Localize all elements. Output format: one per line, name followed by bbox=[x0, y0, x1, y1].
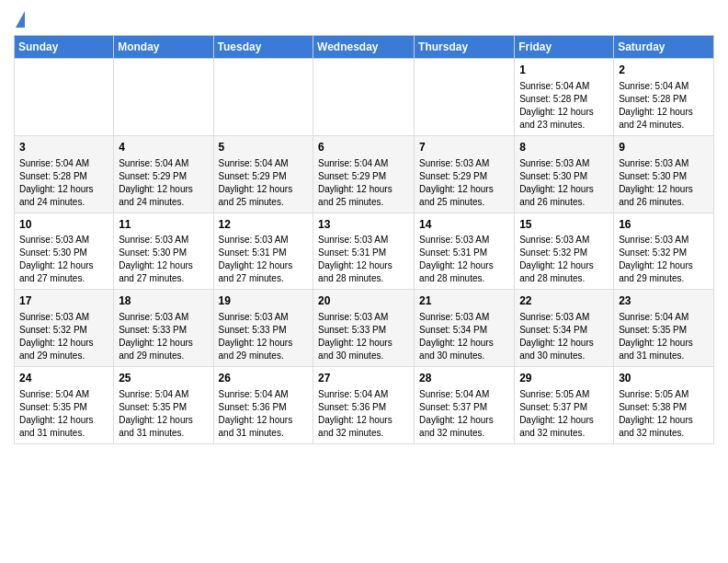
day-info: Daylight: 12 hours and 25 minutes. bbox=[219, 183, 309, 209]
calendar-cell: 17Sunrise: 5:03 AMSunset: 5:32 PMDayligh… bbox=[15, 290, 114, 367]
day-number: 7 bbox=[419, 140, 509, 155]
calendar-cell: 11Sunrise: 5:03 AMSunset: 5:30 PMDayligh… bbox=[114, 213, 213, 290]
day-info: Sunset: 5:30 PM bbox=[119, 247, 208, 259]
day-number: 6 bbox=[318, 140, 409, 155]
day-info: Daylight: 12 hours and 32 minutes. bbox=[419, 414, 509, 440]
calendar-week-row: 3Sunrise: 5:04 AMSunset: 5:28 PMDaylight… bbox=[15, 135, 714, 213]
day-info: Daylight: 12 hours and 28 minutes. bbox=[519, 259, 609, 285]
day-info: Sunrise: 5:03 AM bbox=[219, 311, 309, 324]
day-number: 18 bbox=[119, 293, 208, 309]
day-info: Sunset: 5:28 PM bbox=[19, 170, 108, 183]
day-info: Sunrise: 5:04 AM bbox=[119, 157, 208, 170]
day-number: 17 bbox=[19, 293, 108, 309]
day-info: Sunrise: 5:04 AM bbox=[119, 388, 208, 401]
day-info: Sunset: 5:29 PM bbox=[318, 170, 409, 183]
day-info: Sunset: 5:38 PM bbox=[619, 401, 709, 414]
day-info: Sunrise: 5:03 AM bbox=[519, 234, 609, 247]
calendar-cell: 13Sunrise: 5:03 AMSunset: 5:31 PMDayligh… bbox=[313, 213, 415, 290]
day-info: Daylight: 12 hours and 31 minutes. bbox=[619, 337, 709, 362]
calendar-cell: 20Sunrise: 5:03 AMSunset: 5:33 PMDayligh… bbox=[313, 290, 415, 367]
day-info: Daylight: 12 hours and 31 minutes. bbox=[219, 414, 309, 440]
day-number: 10 bbox=[19, 217, 108, 233]
day-info: Daylight: 12 hours and 27 minutes. bbox=[119, 259, 208, 285]
day-header-friday: Friday bbox=[515, 36, 614, 59]
calendar-cell: 8Sunrise: 5:03 AMSunset: 5:30 PMDaylight… bbox=[515, 135, 614, 213]
day-info: Sunrise: 5:03 AM bbox=[519, 157, 609, 170]
calendar-cell: 19Sunrise: 5:03 AMSunset: 5:33 PMDayligh… bbox=[213, 290, 313, 367]
day-info: Sunrise: 5:03 AM bbox=[419, 234, 509, 247]
day-number: 28 bbox=[419, 371, 509, 386]
day-info: Daylight: 12 hours and 30 minutes. bbox=[318, 337, 409, 362]
day-info: Daylight: 12 hours and 29 minutes. bbox=[619, 259, 709, 285]
day-info: Daylight: 12 hours and 32 minutes. bbox=[519, 414, 609, 440]
calendar-cell: 28Sunrise: 5:04 AMSunset: 5:37 PMDayligh… bbox=[415, 367, 515, 444]
day-info: Sunset: 5:31 PM bbox=[318, 247, 409, 259]
day-info: Daylight: 12 hours and 29 minutes. bbox=[119, 337, 208, 362]
day-header-wednesday: Wednesday bbox=[313, 36, 415, 59]
calendar-cell bbox=[114, 59, 213, 136]
day-info: Daylight: 12 hours and 25 minutes. bbox=[318, 183, 409, 209]
day-info: Sunrise: 5:03 AM bbox=[119, 234, 208, 247]
day-info: Sunrise: 5:04 AM bbox=[318, 388, 409, 401]
day-info: Daylight: 12 hours and 23 minutes. bbox=[519, 106, 609, 132]
day-info: Daylight: 12 hours and 28 minutes. bbox=[318, 259, 409, 285]
day-header-monday: Monday bbox=[114, 36, 213, 59]
calendar-cell: 3Sunrise: 5:04 AMSunset: 5:28 PMDaylight… bbox=[15, 135, 114, 213]
day-info: Daylight: 12 hours and 28 minutes. bbox=[419, 259, 509, 285]
day-info: Sunset: 5:32 PM bbox=[619, 247, 709, 259]
calendar-cell: 6Sunrise: 5:04 AMSunset: 5:29 PMDaylight… bbox=[313, 135, 415, 213]
day-number: 29 bbox=[519, 371, 609, 386]
day-number: 13 bbox=[318, 217, 409, 233]
day-info: Sunset: 5:35 PM bbox=[19, 401, 108, 414]
calendar-week-row: 17Sunrise: 5:03 AMSunset: 5:32 PMDayligh… bbox=[15, 290, 714, 367]
day-info: Sunset: 5:28 PM bbox=[519, 93, 609, 106]
day-info: Daylight: 12 hours and 26 minutes. bbox=[519, 183, 609, 209]
day-info: Sunrise: 5:03 AM bbox=[119, 311, 208, 324]
calendar-header-row: SundayMondayTuesdayWednesdayThursdayFrid… bbox=[15, 36, 714, 59]
day-info: Sunrise: 5:05 AM bbox=[619, 388, 709, 401]
day-info: Sunrise: 5:03 AM bbox=[19, 311, 108, 324]
day-number: 14 bbox=[419, 217, 509, 233]
day-info: Sunrise: 5:03 AM bbox=[619, 234, 709, 247]
calendar-cell: 27Sunrise: 5:04 AMSunset: 5:36 PMDayligh… bbox=[313, 367, 415, 444]
day-info: Daylight: 12 hours and 30 minutes. bbox=[419, 337, 509, 362]
day-number: 24 bbox=[19, 371, 108, 386]
calendar-cell bbox=[313, 59, 415, 136]
day-info: Sunrise: 5:04 AM bbox=[219, 157, 309, 170]
calendar-cell: 14Sunrise: 5:03 AMSunset: 5:31 PMDayligh… bbox=[415, 213, 515, 290]
calendar-cell: 25Sunrise: 5:04 AMSunset: 5:35 PMDayligh… bbox=[114, 367, 213, 444]
day-number: 11 bbox=[119, 217, 208, 233]
logo bbox=[14, 15, 25, 28]
calendar-cell: 29Sunrise: 5:05 AMSunset: 5:37 PMDayligh… bbox=[515, 367, 614, 444]
day-info: Sunrise: 5:03 AM bbox=[19, 234, 108, 247]
day-number: 8 bbox=[519, 140, 609, 155]
calendar-cell: 30Sunrise: 5:05 AMSunset: 5:38 PMDayligh… bbox=[614, 367, 714, 444]
day-number: 22 bbox=[519, 293, 609, 309]
day-number: 30 bbox=[619, 371, 709, 386]
day-info: Sunset: 5:29 PM bbox=[419, 170, 509, 183]
day-info: Daylight: 12 hours and 29 minutes. bbox=[219, 337, 309, 362]
day-number: 19 bbox=[219, 293, 309, 309]
day-info: Daylight: 12 hours and 24 minutes. bbox=[19, 183, 108, 209]
day-info: Sunrise: 5:04 AM bbox=[519, 80, 609, 93]
day-info: Sunset: 5:31 PM bbox=[219, 247, 309, 259]
calendar-cell: 16Sunrise: 5:03 AMSunset: 5:32 PMDayligh… bbox=[614, 213, 714, 290]
day-info: Sunrise: 5:03 AM bbox=[318, 311, 409, 324]
day-info: Daylight: 12 hours and 32 minutes. bbox=[318, 414, 409, 440]
day-info: Sunrise: 5:04 AM bbox=[19, 388, 108, 401]
calendar-cell bbox=[415, 59, 515, 136]
day-info: Sunset: 5:34 PM bbox=[519, 324, 609, 337]
calendar-cell: 22Sunrise: 5:03 AMSunset: 5:34 PMDayligh… bbox=[515, 290, 614, 367]
day-info: Sunset: 5:32 PM bbox=[19, 324, 108, 337]
day-info: Sunrise: 5:03 AM bbox=[519, 311, 609, 324]
calendar-cell: 23Sunrise: 5:04 AMSunset: 5:35 PMDayligh… bbox=[614, 290, 714, 367]
day-info: Sunrise: 5:03 AM bbox=[219, 234, 309, 247]
day-info: Sunset: 5:34 PM bbox=[419, 324, 509, 337]
day-info: Sunset: 5:32 PM bbox=[519, 247, 609, 259]
calendar-cell: 2Sunrise: 5:04 AMSunset: 5:28 PMDaylight… bbox=[614, 59, 714, 136]
calendar-cell: 1Sunrise: 5:04 AMSunset: 5:28 PMDaylight… bbox=[515, 59, 614, 136]
calendar-cell bbox=[213, 59, 313, 136]
day-info: Sunset: 5:36 PM bbox=[318, 401, 409, 414]
day-info: Sunset: 5:35 PM bbox=[119, 401, 208, 414]
day-number: 23 bbox=[619, 293, 709, 309]
